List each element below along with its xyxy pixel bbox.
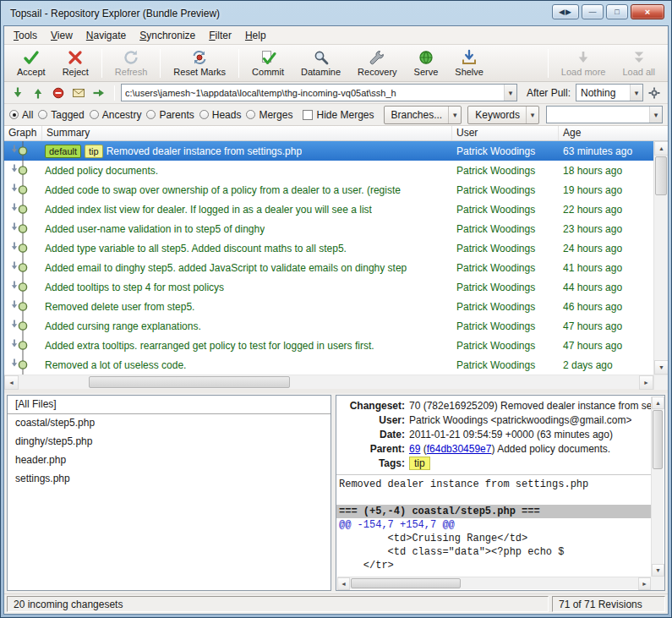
filter-radio-tagged[interactable]: Tagged [38, 109, 84, 121]
table-row[interactable]: Added email to dinghy step5. added JavaS… [4, 258, 653, 277]
hide-merges-option[interactable]: Hide Merges [299, 109, 374, 121]
chevron-down-icon[interactable]: ▾ [630, 85, 642, 101]
serve-button[interactable]: Serve [407, 46, 446, 80]
column-header-age[interactable]: Age [559, 126, 668, 140]
file-list-item[interactable]: settings.php [8, 470, 331, 489]
filter-radio-all[interactable]: All [9, 109, 33, 121]
table-row[interactable]: Added code to swap over ownership of a p… [4, 180, 653, 200]
age-cell: 47 hours ago [559, 340, 653, 352]
menu-navigate[interactable]: Navigate [79, 27, 133, 44]
commit-button[interactable]: Commit [244, 46, 292, 80]
detail-horizontal-scrollbar[interactable]: ◄ ► [337, 577, 651, 589]
scrollbar-thumb[interactable] [351, 578, 461, 588]
scroll-down-arrow[interactable]: ▼ [652, 564, 664, 577]
branches-dropdown[interactable]: Branches... ▾ [384, 106, 462, 124]
window-nav-button[interactable]: ◀▶ [552, 4, 579, 19]
menu-tools[interactable]: Tools [7, 27, 44, 44]
summary-text: Added index list view for dealer. If log… [45, 204, 372, 216]
menu-filter[interactable]: Filter [202, 27, 238, 44]
scroll-up-arrow[interactable]: ▲ [654, 141, 669, 156]
table-row[interactable]: Removed delete user from step5.Patrick W… [4, 297, 653, 316]
column-header-graph[interactable]: Graph [4, 126, 42, 140]
datamine-button[interactable]: Datamine [293, 46, 348, 80]
menu-help[interactable]: Help [238, 27, 273, 44]
table-row[interactable]: Added tooltips to step 4 for most policy… [4, 277, 653, 297]
table-row[interactable]: Added cursing range explanations.Patrick… [4, 316, 653, 336]
filter-radio-parents[interactable]: Parents [146, 109, 194, 121]
toolbar-separator [238, 49, 239, 78]
table-row[interactable]: defaulttipRemoved dealer instance from s… [4, 141, 653, 161]
radio-icon[interactable] [146, 110, 156, 119]
chevron-down-icon[interactable]: ▾ [448, 107, 461, 123]
file-list-item[interactable]: header.php [8, 451, 331, 470]
table-row[interactable]: Removed a lot of useless code.Patrick Wo… [4, 355, 653, 375]
recovery-button[interactable]: Recovery [350, 46, 404, 80]
radio-icon[interactable] [199, 110, 209, 119]
bundle-path-input[interactable] [122, 88, 504, 98]
toolbar-button-label: Commit [252, 67, 284, 77]
detail-vertical-scrollbar[interactable]: ▲ ▼ [651, 397, 664, 577]
scroll-up-arrow[interactable]: ▲ [652, 397, 664, 409]
pull-button[interactable] [8, 84, 27, 102]
stop-button[interactable] [49, 84, 68, 102]
diff-line: Removed dealer instance from settings.ph… [339, 478, 651, 491]
scrollbar-thumb[interactable] [653, 410, 663, 469]
radio-icon[interactable] [90, 110, 99, 119]
menu-view[interactable]: View [44, 27, 79, 44]
maximize-button[interactable]: □ [606, 4, 628, 19]
table-row[interactable]: Added type variable to all step5. Added … [4, 238, 653, 258]
table-row[interactable]: Added policy documents.Patrick Woodings1… [4, 161, 653, 180]
chevron-down-icon[interactable]: ▾ [649, 107, 662, 123]
apply-button[interactable] [90, 84, 108, 102]
file-list-item[interactable]: coastal/step5.php [8, 414, 331, 433]
table-row[interactable]: Added index list view for dealer. If log… [4, 200, 653, 219]
filter-radio-ancestry[interactable]: Ancestry [90, 109, 142, 121]
file-list-all-files[interactable]: [All Files] [8, 396, 331, 414]
scrollbar-thumb[interactable] [89, 376, 290, 388]
column-header-summary[interactable]: Summary [42, 126, 452, 140]
menu-synchronize[interactable]: Synchronize [133, 27, 202, 44]
minimize-button[interactable]: — [582, 4, 604, 19]
scrollbar-thumb[interactable] [655, 156, 667, 195]
scroll-left-arrow[interactable]: ◄ [337, 577, 350, 590]
load-more-button[interactable]: Load more [554, 46, 614, 80]
shelve-button[interactable]: Shelve [447, 46, 491, 80]
changeset-field-label: Changeset: [336, 399, 409, 413]
bundle-path-combo[interactable]: ▾ [121, 84, 517, 101]
parent-rev-link[interactable]: 69 [409, 443, 420, 455]
scrollbar-corner [651, 577, 664, 590]
table-row[interactable]: Added extra tooltips. rearranged get pol… [4, 336, 653, 355]
chevron-down-icon[interactable]: ▾ [526, 107, 538, 123]
hide-merges-checkbox[interactable] [303, 110, 313, 120]
keywords-dropdown[interactable]: Keywords ▾ [467, 106, 539, 124]
scroll-right-arrow[interactable]: ► [638, 577, 651, 590]
reset-marks-button[interactable]: Reset Marks [166, 46, 233, 80]
scroll-left-arrow[interactable]: ◄ [4, 375, 19, 390]
filter-radio-heads[interactable]: Heads [199, 109, 242, 121]
column-header-user[interactable]: User [452, 126, 559, 140]
filter-radio-merges[interactable]: Merges [246, 109, 292, 121]
parent-hash-link[interactable]: f64db30459e7 [427, 443, 492, 455]
refresh-button[interactable]: Refresh [107, 46, 156, 80]
email-button[interactable] [69, 84, 88, 102]
radio-icon[interactable] [246, 110, 255, 119]
accept-button[interactable]: Accept [9, 46, 53, 80]
filter-entry-combo[interactable]: ▾ [546, 106, 663, 123]
horizontal-scrollbar[interactable]: ◄ ► [4, 375, 668, 389]
scroll-right-arrow[interactable]: ► [639, 375, 653, 390]
push-button[interactable] [29, 84, 47, 102]
vertical-scrollbar[interactable]: ▲ ▼ [653, 141, 668, 375]
post-pull-settings-button[interactable] [645, 84, 664, 102]
scroll-down-arrow[interactable]: ▼ [654, 360, 669, 375]
radio-icon[interactable] [9, 110, 19, 119]
chevron-down-icon[interactable]: ▾ [504, 85, 516, 101]
after-pull-combo[interactable]: Nothing ▾ [576, 84, 643, 101]
load-all-button[interactable]: Load all [615, 46, 663, 80]
table-row[interactable]: Added user-name validation in to step5 o… [4, 219, 653, 238]
radio-label: All [22, 109, 33, 121]
close-button[interactable]: × [631, 4, 664, 19]
reject-button[interactable]: Reject [55, 46, 96, 80]
shelve-icon [461, 49, 478, 66]
radio-icon[interactable] [38, 110, 47, 119]
file-list-item[interactable]: dinghy/step5.php [8, 433, 331, 451]
